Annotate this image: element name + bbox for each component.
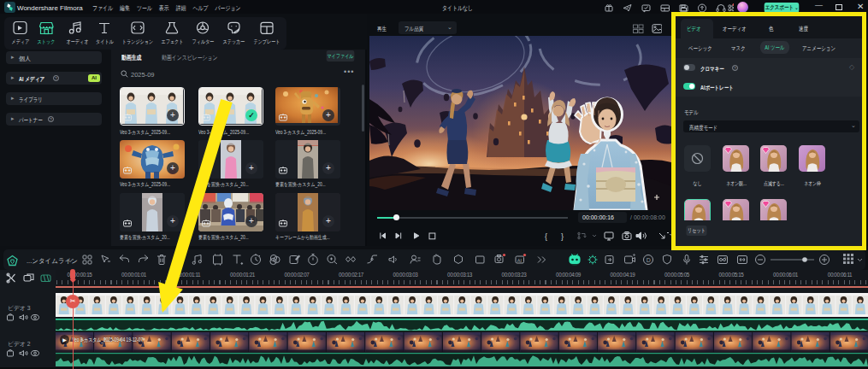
svg-text:AI: AI <box>517 258 523 263</box>
svg-text:}: } <box>561 232 564 241</box>
svg-text:{: { <box>545 232 547 241</box>
svg-text:D: D <box>647 257 651 263</box>
svg-text:∞: ∞ <box>724 256 727 260</box>
svg-text:...ンタイムライン: ...ンタイムライン <box>27 257 78 265</box>
